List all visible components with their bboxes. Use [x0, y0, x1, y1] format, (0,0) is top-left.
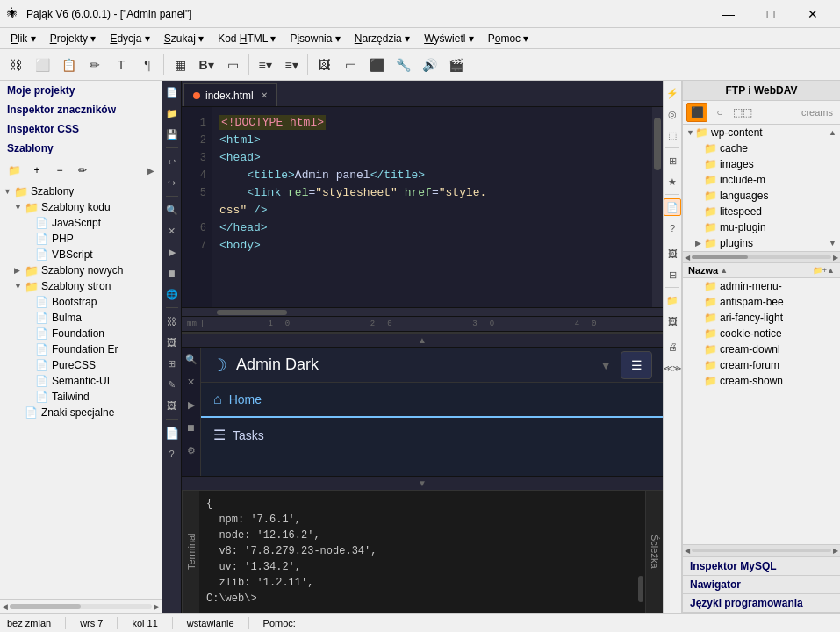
preview-tool-3[interactable]: ▶ [183, 397, 199, 413]
editor-tool-img[interactable]: 🖼 [164, 334, 180, 350]
rt-btn-help[interactable]: ? [664, 219, 681, 237]
tree-javascript[interactable]: 📄 JavaScript [0, 215, 162, 231]
editor-tool-page[interactable]: 📄 [164, 425, 180, 441]
rt-btn-4[interactable]: ⊞ [664, 152, 681, 169]
ftp-mysql-btn[interactable]: Inspektor MySQL [683, 557, 840, 576]
ftp-jezyki-btn[interactable]: Języki programowania [683, 594, 840, 613]
tab-index-html[interactable]: index.html ✕ [183, 83, 277, 106]
ftp-item-antispam[interactable]: 📁 antispam-bee [683, 294, 840, 310]
ftp-item-creamshown[interactable]: 📁 cream-shown [683, 373, 840, 389]
terminal-content[interactable]: { npm: '7.6.1', node: '12.16.2', v8: '7.… [199, 491, 645, 613]
menu-narzedzia[interactable]: Narzędzia ▾ [348, 31, 417, 47]
editor-tool-file[interactable]: 📄 [164, 84, 180, 100]
rt-btn-5[interactable]: ★ [664, 173, 681, 190]
editor-tool-search[interactable]: 🔍 [164, 202, 180, 218]
tree-php[interactable]: 📄 PHP [0, 231, 162, 247]
sidebar-hscroll[interactable]: ◀ ▶ [0, 599, 162, 613]
editor-tool-link[interactable]: ⛓ [164, 313, 180, 329]
ftp-btn-circle[interactable]: ○ [709, 103, 730, 122]
editor-tool-folder[interactable]: 📁 [164, 105, 180, 121]
editor-tool-x[interactable]: ✕ [164, 223, 180, 239]
ftp-item-cookie[interactable]: 📁 cookie-notice [683, 326, 840, 341]
ftp-tree-scroll-down[interactable]: ▼ [829, 239, 836, 248]
rt-btn-1[interactable]: ⚡ [664, 84, 681, 102]
ftp-btn-active[interactable]: ⬛ [686, 103, 707, 122]
ftp-item-adminmenu[interactable]: 📁 admin-menu- [683, 278, 840, 294]
sidebar-inspektor-znacznikow[interactable]: Inspektor znaczników [0, 100, 162, 119]
tree-purecss[interactable]: 📄 PureCSS [0, 357, 162, 373]
table-btn[interactable]: ▦ [168, 53, 192, 77]
ftp-nawigator-btn[interactable]: Nawigator [683, 576, 840, 594]
menu-projekty[interactable]: Projekty ▾ [43, 31, 104, 47]
editor-tool-save[interactable]: 💾 [164, 126, 180, 142]
tree-tailwind[interactable]: 📄 Tailwind [0, 389, 162, 405]
ftp-item-includem[interactable]: 📁 include-m [683, 172, 840, 188]
ftp-item-images[interactable]: 📁 images [683, 156, 840, 172]
tool-btn[interactable]: 🔧 [391, 53, 415, 77]
ftp-item-cache[interactable]: 📁 cache [683, 140, 840, 156]
preview-tool-1[interactable]: 🔍 [183, 351, 199, 367]
sound-btn[interactable]: 🔊 [417, 53, 442, 77]
menu-html[interactable]: Kod HTML ▾ [211, 31, 283, 47]
nav-item-tasks[interactable]: ☰ Tasks [201, 418, 663, 452]
ftp-hscroll[interactable]: ◀ ▶ [683, 251, 840, 263]
ftp-item-creamdownl[interactable]: 📁 cream-downl [683, 341, 840, 357]
link-btn[interactable]: ⛓ [4, 53, 28, 77]
rt-btn-2[interactable]: ◎ [664, 105, 681, 123]
para-btn[interactable]: ¶ [135, 53, 160, 77]
menu-pisownia[interactable]: Pisownia ▾ [283, 31, 347, 47]
tree-vbscript[interactable]: 📄 VBScript [0, 247, 162, 262]
rt-btn-pic2[interactable]: 🖼 [664, 312, 681, 330]
preview-tool-4[interactable]: ⏹ [183, 420, 199, 435]
frame-btn[interactable]: ▭ [220, 53, 245, 77]
menu-pomoc[interactable]: Pomoc ▾ [481, 31, 536, 47]
tree-znaki-specjalne[interactable]: 📄 Znaki specjalne [0, 405, 162, 420]
sidebar-add-btn[interactable]: + [26, 161, 47, 180]
menu-szukaj[interactable]: Szukaj ▾ [157, 31, 211, 47]
preview-scroll-down[interactable]: ▼ [182, 476, 663, 490]
tree-semanticui[interactable]: 📄 Semantic-UI [0, 373, 162, 389]
preview-scroll-up[interactable]: ▲ [182, 334, 663, 348]
tree-foundation-er[interactable]: 📄 Foundation Er [0, 341, 162, 357]
editor-vscroll[interactable] [652, 107, 663, 307]
editor-hscroll[interactable] [182, 307, 663, 316]
copy-btn[interactable]: 📋 [56, 53, 81, 77]
ftp-btn-copy[interactable]: ⬚⬚ [732, 103, 753, 122]
tree-bootstrap[interactable]: 📄 Bootstrap [0, 294, 162, 310]
minimize-button[interactable]: — [708, 0, 749, 28]
ftp-hscroll-left[interactable]: ◀ [685, 254, 690, 262]
preview-tool-2[interactable]: ✕ [183, 374, 199, 390]
crop-btn[interactable]: ⬜ [30, 53, 54, 77]
editor-code[interactable]: <!DOCTYPE html> <html> <head> <title>Adm… [212, 107, 652, 307]
ftp-item-muplugin[interactable]: 📁 mu-plugin [683, 219, 840, 235]
terminal-path-label[interactable]: Ścieżka [645, 491, 663, 613]
text-btn[interactable]: T [109, 53, 133, 77]
nav-item-home[interactable]: ⌂ Home [201, 383, 663, 418]
menu-edycja[interactable]: Edycja ▾ [103, 31, 156, 47]
film-btn[interactable]: 🎬 [443, 53, 468, 77]
imgframe-btn[interactable]: ⬛ [364, 53, 389, 77]
rt-btn-img[interactable]: 🖼 [664, 245, 681, 262]
ftp-hscroll2-right[interactable]: ▶ [833, 547, 838, 555]
tab-close-btn[interactable]: ✕ [261, 90, 268, 100]
menu-wyswietl[interactable]: Wyświetl ▾ [417, 31, 481, 47]
tree-bulma[interactable]: 📄 Bulma [0, 310, 162, 326]
ftp-item-wpcontent[interactable]: ▼ 📁 wp-content ▲ [683, 125, 840, 140]
editor-tool-play[interactable]: ▶ [164, 244, 180, 260]
tree-szablony-nowych[interactable]: ▶ 📁 Szablony nowych [0, 262, 162, 278]
ftp-hscroll-right[interactable]: ▶ [833, 254, 838, 262]
sidebar-moje-projekty[interactable]: Moje projekty [0, 81, 162, 100]
sidebar-scroll-right[interactable]: ▶ [144, 161, 158, 180]
list-btn[interactable]: ≡▾ [279, 53, 304, 77]
sidebar-remove-btn[interactable]: − [49, 161, 70, 180]
maximize-button[interactable]: □ [750, 0, 791, 28]
ftp-hscroll2-left[interactable]: ◀ [685, 547, 690, 555]
rt-btn-3[interactable]: ⬚ [664, 126, 681, 144]
menu-plik[interactable]: Plik ▾ [4, 31, 43, 47]
sidebar-folder-btn[interactable]: 📁 [4, 161, 25, 180]
sidebar-inspektor-css[interactable]: Inspektor CSS [0, 119, 162, 139]
rt-btn-code[interactable]: ≪≫ [664, 359, 681, 377]
ftp-item-plugins[interactable]: ▶ 📁 plugins ▼ [683, 235, 840, 251]
tree-szablony[interactable]: ▼ 📁 Szablony [0, 183, 162, 199]
terminal-label[interactable]: Terminal [182, 491, 199, 613]
